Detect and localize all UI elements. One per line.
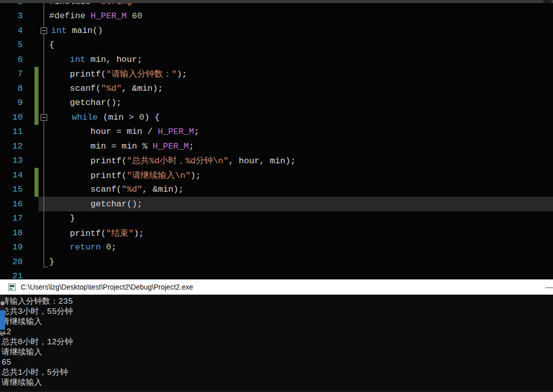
code-line[interactable]: 19 return 0; [0, 240, 553, 255]
code-token: printf( [49, 229, 106, 238]
console-app-icon [8, 283, 16, 291]
code-token: "%d" [122, 185, 142, 194]
code-token: "请继续输入\n" [127, 171, 191, 181]
code-text: while (min > 0) { [51, 113, 160, 122]
code-token: printf( [49, 156, 127, 166]
change-tracking-bar [34, 183, 39, 197]
code-text: #define H_PER_M 60 [49, 11, 142, 21]
code-text: printf("结束"); [49, 227, 144, 239]
code-token: #define [49, 11, 91, 21]
code-token [127, 11, 132, 21]
code-line[interactable]: 11 hour = min / H_PER_M; [0, 125, 553, 139]
code-token: 0 [106, 242, 111, 252]
code-token: "%d" [101, 84, 122, 93]
code-text: printf("总共%d小时，%d分钟\n", hour, min); [49, 155, 296, 166]
code-line[interactable]: 12 min = min % H_PER_M; [0, 139, 553, 154]
code-token: main() [67, 26, 103, 35]
code-token: , &min); [122, 84, 163, 93]
code-token [49, 242, 70, 252]
code-line-body: scanf("%d", &min); [39, 81, 553, 96]
line-number: 12 [0, 141, 24, 151]
code-line[interactable]: 4int main() [0, 23, 553, 38]
change-tracking-slot [34, 52, 39, 67]
fold-collapse-icon[interactable] [41, 27, 47, 34]
code-line[interactable]: 13 printf("总共%d小时，%d分钟\n", hour, min); [0, 154, 553, 168]
code-line[interactable]: 21 [0, 269, 553, 280]
console-titlebar[interactable]: C:\Users\lzg\Desktop\test\Project2\Debug… [0, 279, 553, 295]
fold-collapse-icon[interactable] [41, 114, 47, 121]
console-scrollbar[interactable] [0, 295, 5, 331]
line-number: 4 [0, 26, 24, 35]
code-line-body: printf("请继续输入\n"); [39, 168, 553, 183]
code-line-body: hour = min / H_PER_M; [39, 125, 553, 139]
change-tracking-slot [34, 269, 39, 280]
code-token: 60 [132, 11, 142, 21]
code-text: int main() [51, 26, 103, 35]
code-line[interactable]: 3#define H_PER_M 60 [0, 9, 553, 24]
change-tracking-slot [34, 23, 39, 38]
code-token: min = min % [49, 141, 153, 151]
code-text: min = min % H_PER_M; [49, 141, 194, 151]
console-line: 请继续输入 [0, 347, 553, 358]
console-line: 总共3小时，55分钟 [0, 307, 553, 317]
line-number: 9 [0, 98, 24, 108]
line-number: 3 [0, 11, 24, 21]
code-token: printf( [49, 69, 106, 79]
code-line[interactable]: 7 printf("请输入分钟数："); [0, 67, 553, 82]
change-tracking-slot [34, 226, 39, 240]
line-number: 16 [0, 199, 24, 209]
code-token: getchar(); [49, 199, 142, 209]
code-token [49, 55, 70, 64]
code-line[interactable]: 20} [0, 255, 553, 269]
code-line-body: int min, hour; [39, 52, 553, 67]
code-text: getchar(); [49, 199, 142, 209]
line-number: 11 [0, 127, 24, 136]
code-line[interactable]: 8 scanf("%d", &min); [0, 81, 553, 96]
code-token: while [72, 113, 98, 122]
code-line-body: printf("请输入分钟数："); [39, 67, 553, 82]
code-lines: 2#include <string>3#define H_PER_M 604in… [0, 0, 553, 279]
code-editor[interactable]: 2#include <string>3#define H_PER_M 604in… [0, 0, 553, 279]
change-tracking-bar [34, 67, 39, 82]
code-token: ; [194, 127, 199, 136]
code-line-body: #define H_PER_M 60 [39, 9, 553, 24]
line-number: 8 [0, 84, 24, 93]
code-line[interactable]: 9 getchar(); [0, 96, 553, 111]
console-line: 65 [0, 358, 553, 368]
window-top-edge-notch [543, 0, 551, 3]
code-token: (min > [98, 113, 139, 122]
change-tracking-bar [34, 81, 39, 96]
code-line[interactable]: 14 printf("请继续输入\n"); [0, 168, 553, 183]
code-line[interactable]: 5{ [0, 38, 553, 53]
line-number: 13 [0, 156, 24, 165]
change-tracking-slot [34, 240, 39, 255]
code-token: } [49, 257, 54, 267]
code-line[interactable]: 16 getchar(); [0, 197, 553, 211]
code-line[interactable]: 10 while (min > 0) { [0, 110, 553, 125]
scrollbar-thumb[interactable] [0, 310, 5, 330]
line-number: 5 [0, 40, 24, 50]
scrollbar-button-icon[interactable] [1, 301, 5, 305]
code-line[interactable]: 17 } [0, 211, 553, 226]
code-line[interactable]: 18 printf("结束"); [0, 226, 553, 240]
code-token: min, hour; [85, 55, 142, 64]
code-line-body: } [39, 211, 553, 226]
code-text: scanf("%d", &min); [49, 185, 183, 194]
code-token: getchar(); [49, 98, 122, 108]
code-token: scanf( [49, 84, 101, 93]
change-tracking-bar [34, 96, 39, 111]
code-line[interactable]: 15 scanf("%d", &min); [0, 183, 553, 197]
code-line[interactable]: 6 int min, hour; [0, 52, 553, 67]
change-tracking-slot [34, 139, 39, 154]
minimize-button[interactable]: — [545, 279, 553, 295]
console-line: 请继续输入 [0, 317, 553, 327]
console-output[interactable]: 请输入分钟数：235总共3小时，55分钟请继续输入12总共0小时，12分钟请继续… [0, 295, 553, 392]
code-token: printf( [49, 171, 127, 181]
code-token: H_PER_M [91, 11, 127, 21]
change-tracking-slot [34, 211, 39, 226]
fold-guide-tick-bottom [44, 267, 48, 267]
code-line-body: return 0; [39, 240, 553, 255]
code-token: 0 [139, 113, 144, 122]
code-token: ) { [144, 113, 160, 122]
code-token: ; [189, 141, 194, 151]
